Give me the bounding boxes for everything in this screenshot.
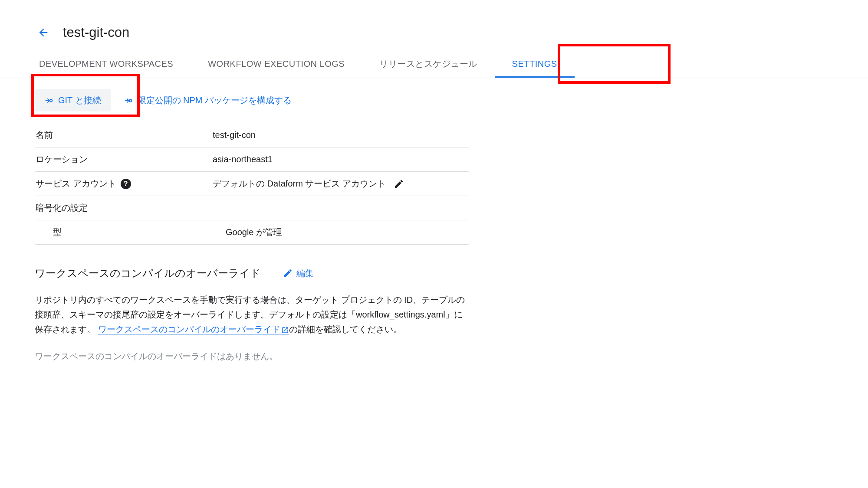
tab-release-schedule[interactable]: リリースとスケジュール: [362, 50, 495, 78]
row-label: 暗号化の設定: [35, 202, 213, 214]
compile-override-section: ワークスペースのコンパイルのオーバーライド 編集 リポジトリ内のすべてのワークス…: [35, 266, 469, 362]
npm-configure-label: 限定公開の NPM パッケージを構成する: [138, 95, 292, 106]
tab-settings[interactable]: SETTINGS: [495, 50, 575, 78]
section-header: ワークスペースのコンパイルのオーバーライド 編集: [35, 266, 469, 280]
npm-configure-button[interactable]: 限定公開の NPM パッケージを構成する: [124, 89, 292, 111]
link-icon: [124, 96, 133, 105]
row-value: test-git-con: [213, 129, 469, 141]
compile-override-link[interactable]: ワークスペースのコンパイルのオーバーライド: [98, 324, 289, 334]
back-arrow-icon[interactable]: [35, 24, 52, 41]
git-connect-label: GIT と接続: [58, 95, 101, 106]
row-label: ロケーション: [35, 154, 213, 165]
link-text: ワークスペースのコンパイルのオーバーライド: [98, 324, 280, 334]
settings-row-encryption: 暗号化の設定: [35, 196, 469, 220]
section-title: ワークスペースのコンパイルのオーバーライド: [35, 266, 261, 280]
tab-workflow-execution-logs[interactable]: WORKFLOW EXECUTION LOGS: [191, 50, 362, 78]
settings-actions-row: GIT と接続 限定公開の NPM パッケージを構成する: [35, 78, 868, 123]
row-label: 名前: [35, 129, 213, 141]
row-value: デフォルトの Dataform サービス アカウント: [213, 178, 469, 190]
section-note: ワークスペースのコンパイルのオーバーライドはありません。: [35, 350, 469, 362]
edit-icon: [283, 268, 293, 278]
service-account-value: デフォルトの Dataform サービス アカウント: [213, 178, 386, 190]
row-label: サービス アカウント ?: [35, 178, 213, 190]
external-link-icon: [281, 326, 289, 334]
link-icon: [44, 96, 54, 105]
page-title: test-git-con: [63, 25, 129, 40]
settings-row-name: 名前 test-git-con: [35, 123, 469, 147]
settings-table: 名前 test-git-con ロケーション asia-northeast1 サ…: [35, 123, 469, 245]
row-label: 型: [52, 226, 213, 238]
row-value: [213, 202, 469, 214]
settings-row-type: 型 Google が管理: [35, 220, 469, 245]
tabs-bar: DEVELOPMENT WORKSPACES WORKFLOW EXECUTIO…: [0, 50, 868, 78]
settings-row-location: ロケーション asia-northeast1: [35, 147, 469, 171]
svg-point-1: [129, 99, 132, 102]
row-value: asia-northeast1: [213, 154, 469, 165]
section-description: リポジトリ内のすべてのワークスペースを手動で実行する場合は、ターゲット プロジェ…: [35, 292, 469, 337]
git-connect-button[interactable]: GIT と接続: [35, 89, 111, 111]
tab-development-workspaces[interactable]: DEVELOPMENT WORKSPACES: [22, 50, 191, 78]
help-icon[interactable]: ?: [121, 179, 131, 189]
row-value: Google が管理: [213, 226, 469, 238]
edit-label: 編集: [296, 268, 314, 279]
page-header: test-git-con: [35, 24, 868, 41]
edit-button[interactable]: 編集: [283, 268, 314, 279]
settings-row-service-account: サービス アカウント ? デフォルトの Dataform サービス アカウント: [35, 171, 469, 196]
service-account-label: サービス アカウント: [36, 178, 116, 190]
desc-text-2: の詳細を確認してください。: [289, 324, 402, 334]
edit-icon[interactable]: [394, 179, 404, 189]
